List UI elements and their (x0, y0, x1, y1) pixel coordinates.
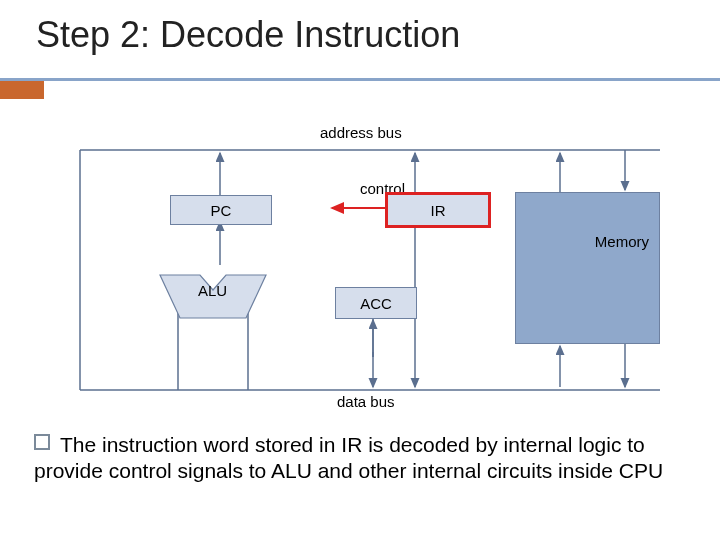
slide: Step 2: Decode Instruction (0, 0, 720, 540)
memory-block: Memory (515, 192, 660, 344)
cpu-diagram: address bus data bus control PC IR ALU A… (70, 120, 670, 405)
acc-label: ACC (360, 295, 392, 312)
ir-block: IR (385, 192, 491, 228)
bullet-text: The instruction word stored in IR is dec… (34, 432, 686, 483)
acc-block: ACC (335, 287, 417, 319)
memory-label: Memory (595, 233, 649, 250)
alu-label: ALU (198, 282, 227, 299)
bullet-content: The instruction word stored in IR is dec… (34, 433, 663, 482)
title-underline (0, 78, 720, 81)
title-accent (0, 81, 44, 99)
pc-label: PC (211, 202, 232, 219)
page-title: Step 2: Decode Instruction (36, 14, 460, 56)
data-bus-label: data bus (337, 393, 395, 410)
pc-block: PC (170, 195, 272, 225)
address-bus-label: address bus (320, 124, 402, 141)
bullet-icon (34, 434, 50, 450)
ir-label: IR (431, 202, 446, 219)
